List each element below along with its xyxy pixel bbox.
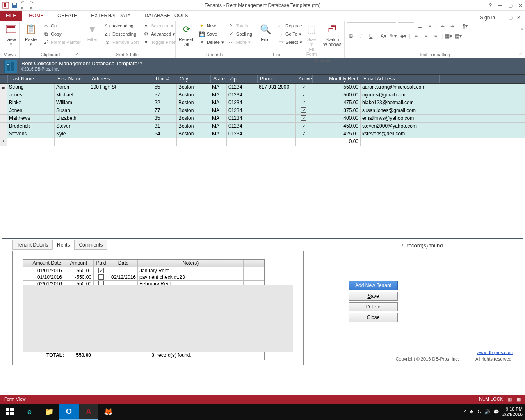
table-row[interactable]: ▶StrongAaron100 High St55BostonMA0123461… <box>0 84 525 91</box>
tab-tenant-details[interactable]: Tenant Details <box>12 240 52 250</box>
gridlines-icon[interactable]: ▦▾ <box>444 32 452 40</box>
text-direction-icon[interactable]: ¶▾ <box>461 22 469 30</box>
col-email[interactable]: Email Address <box>361 75 439 83</box>
minimize-icon[interactable]: — <box>498 2 502 8</box>
website-link[interactable]: www.db-pros.com <box>477 350 513 355</box>
col-unit[interactable]: Unit # <box>153 75 177 83</box>
col-address[interactable]: Address <box>89 75 153 83</box>
restore-icon[interactable]: ▢ <box>508 2 513 8</box>
tray-network-icon[interactable]: 🖧 <box>477 409 481 414</box>
undo-icon[interactable]: ↶ ▾ <box>21 2 27 9</box>
col-phone[interactable]: Phone <box>257 75 296 83</box>
mdi-minimize-icon[interactable]: — <box>499 15 504 21</box>
toggle-filter-button[interactable]: ▼Toggle Filter <box>142 39 176 46</box>
mdi-restore-icon[interactable]: ▢ <box>508 15 513 21</box>
numbering-icon[interactable]: ≡ <box>426 22 434 30</box>
tab-file[interactable]: FILE <box>0 11 22 21</box>
underline-icon[interactable]: U <box>367 32 375 40</box>
table-row[interactable]: JonesMichael57BostonMA01234✓500.00mjones… <box>0 91 525 99</box>
switch-windows-button[interactable]: 🗗Switch Windows <box>323 22 342 48</box>
view-button[interactable]: View▼ <box>2 22 20 47</box>
close-icon[interactable]: ✕ <box>518 2 523 8</box>
tray-sync-icon[interactable]: ✥ <box>470 409 473 415</box>
tab-external-data[interactable]: EXTERNAL DATA <box>84 11 137 21</box>
totals-button[interactable]: ΣTotals <box>227 22 253 30</box>
find-button[interactable]: 🔍Find <box>257 22 274 43</box>
cut-button[interactable]: ✂Cut <box>42 22 82 30</box>
fill-color-icon[interactable]: ◆▾ <box>399 32 407 40</box>
tenants-grid[interactable]: ▶StrongAaron100 High St55BostonMA0123461… <box>0 84 525 146</box>
view-form-icon[interactable]: ▥ <box>508 397 512 402</box>
highlight-icon[interactable]: ✎▾ <box>389 32 397 40</box>
descending-button[interactable]: Z↓Descending <box>103 30 139 38</box>
paste-button[interactable]: 📋Paste▼ <box>22 22 39 47</box>
textfmt-launcher-icon[interactable]: ⤢ <box>519 51 522 57</box>
format-painter-button[interactable]: 🖌Format Painter <box>42 39 82 46</box>
subgrid-row[interactable]: 01/10/2016-550.0002/12/2016payment check… <box>23 274 264 280</box>
bold-icon[interactable]: B <box>347 32 355 40</box>
col-city[interactable]: City <box>177 75 210 83</box>
table-row[interactable]: MatthewsElizabeth35BostonMA01234✓400.00e… <box>0 115 525 123</box>
font-size-combo[interactable] <box>398 22 414 30</box>
copy-button[interactable]: ⧉Copy <box>42 30 82 38</box>
tray-notifications-icon[interactable]: 💬 <box>493 409 499 415</box>
select-button[interactable]: ▭Select ▾ <box>276 39 303 46</box>
save-icon[interactable] <box>11 2 18 9</box>
tab-rents[interactable]: Rents <box>52 240 74 250</box>
tab-home[interactable]: HOME <box>22 11 50 21</box>
collapse-ribbon-icon[interactable]: ^ <box>521 27 523 33</box>
align-center-icon[interactable]: ≡ <box>422 32 430 40</box>
remove-sort-button[interactable]: ⊘Remove Sort <box>103 39 139 46</box>
start-button[interactable] <box>0 404 20 420</box>
col-first-name[interactable]: First Name <box>55 75 89 83</box>
col-monthly-rent[interactable]: Monthly Rent <box>312 75 361 83</box>
new-record-button[interactable]: ✦New <box>198 22 225 30</box>
save-button[interactable]: Save <box>349 292 398 301</box>
table-row[interactable]: BroderickSteven31BostonMA01234✓450.00ste… <box>0 123 525 130</box>
advanced-button[interactable]: ⚙Advanced ▾ <box>142 30 176 38</box>
taskbar-edge[interactable]: e <box>20 404 39 420</box>
redo-icon[interactable]: ↷ ▾ <box>30 2 36 9</box>
col-active[interactable]: Active <box>296 75 312 83</box>
indent-decrease-icon[interactable]: ⇤ <box>438 22 447 30</box>
ascending-button[interactable]: A↓Ascending <box>103 22 139 30</box>
tray-clock[interactable]: 9:10 PM2/24/2016 <box>502 406 523 417</box>
filter-button[interactable]: ▼Filter <box>84 22 101 43</box>
col-last-name[interactable]: Last Name <box>7 75 55 83</box>
replace-button[interactable]: abReplace <box>276 22 303 30</box>
taskbar-outlook[interactable]: O <box>59 404 79 420</box>
alt-row-color-icon[interactable]: ▤▾ <box>454 32 462 40</box>
italic-icon[interactable]: I <box>357 32 365 40</box>
taskbar-access[interactable]: A <box>79 404 98 420</box>
delete-record-button[interactable]: ✕Delete ▾ <box>198 39 225 46</box>
close-button[interactable]: Close <box>349 313 398 322</box>
table-new-row[interactable]: *0.00 <box>0 138 525 146</box>
table-row[interactable]: BlakeWilliam22BostonMA01234✓475.00blake1… <box>0 99 525 107</box>
delete-button[interactable]: Delete <box>349 302 398 311</box>
size-to-fit-form-button[interactable]: ⬚Size to Fit Form <box>303 22 320 57</box>
tab-database-tools[interactable]: DATABASE TOOLS <box>138 11 195 21</box>
view-datasheet-icon[interactable]: ▦ <box>517 397 521 402</box>
refresh-all-button[interactable]: ⟳Refresh All <box>178 22 195 48</box>
bullets-icon[interactable]: ≣ <box>416 22 424 30</box>
goto-button[interactable]: →Go To ▾ <box>276 30 303 38</box>
sign-in-link[interactable]: Sign in <box>480 15 495 21</box>
selection-button[interactable]: ▾Selection ▾ <box>142 22 176 30</box>
font-name-combo[interactable] <box>347 22 396 30</box>
tray-volume-icon[interactable]: 🔊 <box>484 409 490 415</box>
tab-comments[interactable]: Comments <box>74 240 107 250</box>
tab-create[interactable]: CREATE <box>50 11 84 21</box>
clipboard-launcher-icon[interactable]: ⤢ <box>75 51 78 57</box>
table-row[interactable]: JonesSusan77BostonMA01234✓375.00susan.jo… <box>0 107 525 115</box>
tray-chevron-icon[interactable]: ^ <box>464 409 466 414</box>
save-record-button[interactable]: 💾Save <box>198 30 225 38</box>
col-zip[interactable]: Zip <box>227 75 257 83</box>
add-new-tenant-button[interactable]: Add New Tenant <box>349 281 398 290</box>
table-row[interactable]: StevensKyle54BostonMA01234✓425.00ksteven… <box>0 130 525 138</box>
taskbar-explorer[interactable]: 📁 <box>39 404 59 420</box>
spelling-button[interactable]: ✓Spelling <box>227 30 253 38</box>
taskbar-firefox[interactable]: 🦊 <box>98 404 118 420</box>
help-icon[interactable]: ? <box>489 2 492 8</box>
indent-increase-icon[interactable]: ⇥ <box>448 22 457 30</box>
more-button[interactable]: ⋯More ▾ <box>227 39 253 46</box>
